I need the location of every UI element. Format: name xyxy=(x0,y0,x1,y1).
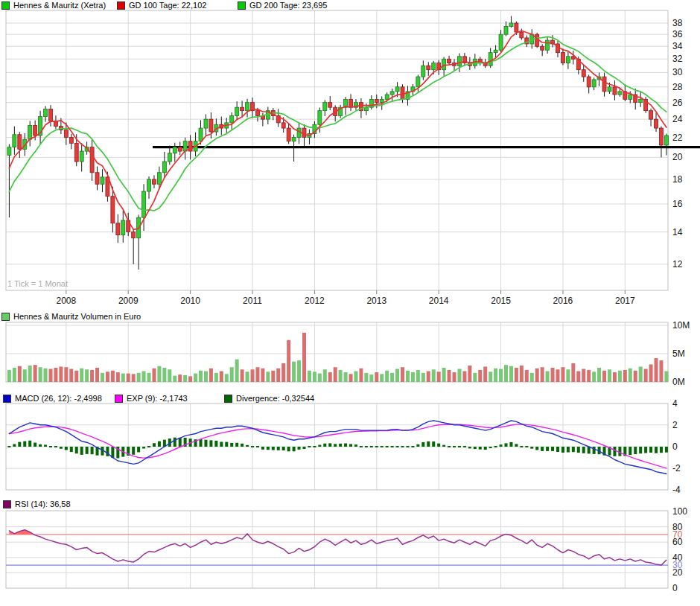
rsi-label: RSI (14): 36,58 xyxy=(15,500,71,508)
svg-text:2010: 2010 xyxy=(180,296,200,306)
gd100-swatch-icon xyxy=(117,1,125,10)
svg-text:20: 20 xyxy=(672,152,683,162)
volume-label: Hennes & Mauritz Volumen in Euro xyxy=(13,312,141,321)
svg-text:2: 2 xyxy=(672,420,678,430)
svg-text:24: 24 xyxy=(672,114,683,124)
svg-text:2017: 2017 xyxy=(615,296,635,306)
svg-text:2011: 2011 xyxy=(243,296,262,306)
legend-item-instrument: Hennes & Mauritz (Xetra) xyxy=(1,1,106,10)
macd-legend: MACD (26, 12): -2,4998 EXP (9): -2,1743 … xyxy=(0,394,700,404)
svg-text:12: 12 xyxy=(672,259,683,269)
legend-item-exp: EXP (9): -2,1743 xyxy=(115,394,188,403)
svg-text:2016: 2016 xyxy=(553,296,573,306)
svg-text:36: 36 xyxy=(672,29,683,39)
svg-text:0: 0 xyxy=(672,441,678,452)
svg-text:0M: 0M xyxy=(672,377,685,387)
gd200-label: GD 200 Tage: 23,695 xyxy=(249,1,327,10)
gd100-label: GD 100 Tage: 22,102 xyxy=(129,1,206,10)
svg-text:2012: 2012 xyxy=(305,296,325,306)
svg-text:26: 26 xyxy=(672,98,683,108)
chart-page: 2008200920102011201220132014201520162017… xyxy=(0,0,700,606)
exp-label: EXP (9): -2,1743 xyxy=(127,394,188,403)
rsi-swatch-icon xyxy=(3,500,11,508)
rsi-legend: RSI (14): 36,58 xyxy=(0,500,700,509)
gd200-swatch-icon xyxy=(238,1,246,10)
macd-swatch-icon xyxy=(3,395,11,403)
svg-text:34: 34 xyxy=(672,41,683,51)
svg-text:18: 18 xyxy=(672,174,683,185)
divergence-label: Divergence: -0,32544 xyxy=(236,394,314,403)
legend-item-macd: MACD (26, 12): -2,4998 xyxy=(3,394,102,403)
volume-swatch-icon xyxy=(1,313,10,321)
svg-text:14: 14 xyxy=(672,227,683,237)
legend-item-gd100: GD 100 Tage: 22,102 xyxy=(117,1,206,10)
chart-canvas: 2008200920102011201220132014201520162017… xyxy=(0,0,700,606)
svg-text:10M: 10M xyxy=(672,320,690,331)
svg-text:2015: 2015 xyxy=(491,296,511,306)
svg-text:2008: 2008 xyxy=(56,296,76,306)
legend-item-gd200: GD 200 Tage: 23,695 xyxy=(238,1,327,10)
instrument-label: Hennes & Mauritz (Xetra) xyxy=(13,1,106,10)
legend-item-divergence: Divergence: -0,32544 xyxy=(224,394,314,403)
macd-label: MACD (26, 12): -2,4998 xyxy=(15,394,102,403)
legend-item-rsi: RSI (14): 36,58 xyxy=(3,500,71,508)
svg-text:-2: -2 xyxy=(672,463,681,473)
exp-swatch-icon xyxy=(115,395,123,403)
svg-text:16: 16 xyxy=(672,199,683,209)
svg-text:60: 60 xyxy=(672,537,683,547)
svg-text:32: 32 xyxy=(672,54,683,64)
svg-text:22: 22 xyxy=(672,133,683,143)
svg-text:2009: 2009 xyxy=(118,296,139,306)
svg-text:5M: 5M xyxy=(672,348,685,359)
svg-text:38: 38 xyxy=(672,18,683,28)
volume-legend: Hennes & Mauritz Volumen in Euro xyxy=(0,312,700,322)
main-chart-legend: Hennes & Mauritz (Xetra) GD 100 Tage: 22… xyxy=(0,1,700,10)
divergence-swatch-icon xyxy=(224,395,232,403)
instrument-swatch-icon xyxy=(1,1,10,10)
svg-text:2014: 2014 xyxy=(429,296,449,306)
svg-text:2013: 2013 xyxy=(366,296,386,306)
svg-text:28: 28 xyxy=(672,82,683,92)
legend-item-volume: Hennes & Mauritz Volumen in Euro xyxy=(1,312,141,321)
svg-text:0: 0 xyxy=(672,583,678,593)
tick-note: 1 Tick = 1 Monat xyxy=(7,279,68,288)
svg-text:30: 30 xyxy=(672,67,683,77)
svg-text:20: 20 xyxy=(672,567,683,578)
svg-text:-4: -4 xyxy=(672,485,681,495)
